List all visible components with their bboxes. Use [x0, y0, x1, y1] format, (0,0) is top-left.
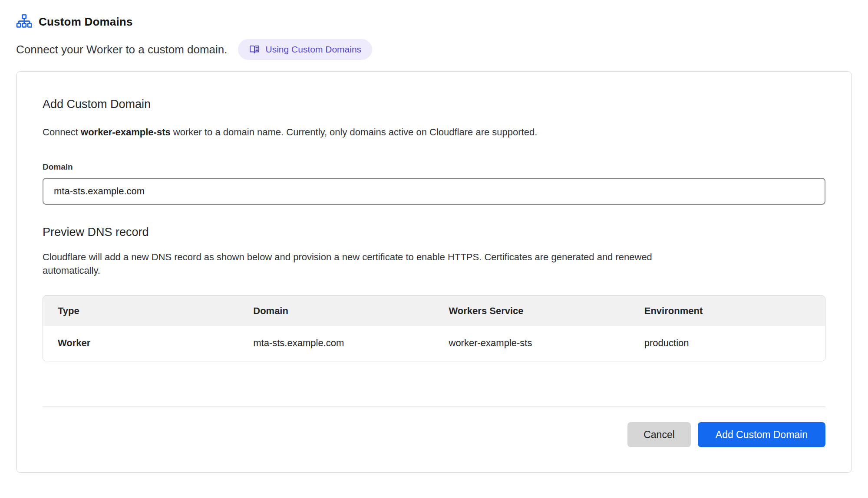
column-header-type: Type: [43, 296, 238, 326]
docs-link-using-custom-domains[interactable]: Using Custom Domains: [238, 39, 373, 60]
docs-link-label: Using Custom Domains: [266, 44, 362, 55]
sitemap-icon: [16, 14, 32, 29]
cell-environment: production: [630, 326, 825, 361]
page-header: Custom Domains: [16, 14, 852, 29]
domain-field-label: Domain: [43, 162, 825, 172]
intro-suffix: worker to a domain name. Currently, only…: [171, 127, 538, 138]
page-subtitle: Connect your Worker to a custom domain.: [16, 43, 228, 56]
dns-preview-table: Type Domain Workers Service Environment …: [43, 295, 825, 361]
card-heading: Add Custom Domain: [43, 98, 825, 111]
column-header-domain: Domain: [238, 296, 434, 326]
custom-domains-page: Custom Domains Connect your Worker to a …: [0, 0, 868, 473]
add-custom-domain-card: Add Custom Domain Connect worker-example…: [16, 71, 852, 473]
cell-workers-service: worker-example-sts: [434, 326, 630, 361]
cell-domain: mta-sts.example.com: [238, 326, 434, 361]
book-open-icon: [249, 44, 260, 55]
intro-prefix: Connect: [43, 127, 81, 138]
add-custom-domain-button[interactable]: Add Custom Domain: [698, 422, 825, 447]
preview-dns-heading: Preview DNS record: [43, 226, 825, 239]
column-header-environment: Environment: [630, 296, 825, 326]
footer-divider: [43, 406, 825, 407]
subtitle-row: Connect your Worker to a custom domain. …: [16, 39, 852, 60]
worker-name: worker-example-sts: [81, 127, 171, 138]
page-title: Custom Domains: [39, 15, 133, 29]
column-header-workers-service: Workers Service: [434, 296, 630, 326]
preview-dns-description: Cloudflare will add a new DNS record as …: [43, 250, 685, 277]
card-intro: Connect worker-example-sts worker to a d…: [43, 127, 825, 138]
cell-type: Worker: [43, 326, 238, 361]
table-header-row: Type Domain Workers Service Environment: [43, 296, 825, 326]
card-footer: Cancel Add Custom Domain: [43, 422, 825, 447]
table-row: Worker mta-sts.example.com worker-exampl…: [43, 326, 825, 361]
cancel-button[interactable]: Cancel: [627, 422, 691, 447]
domain-input[interactable]: [43, 178, 825, 205]
